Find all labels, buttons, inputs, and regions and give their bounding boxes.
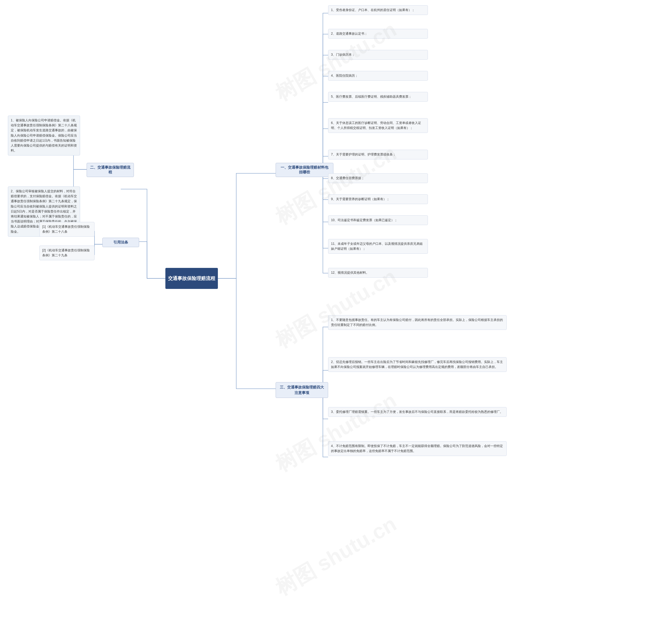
notice-item-1: 1、不要随意包揽事故责任。有的车主认为有保险公司赔付，因此将所有的责任全部承担。…: [328, 315, 507, 330]
branch-notices: 三、交通事故保险理赔四大注意事项: [276, 382, 328, 398]
law-item-2: [2]《机动车交通事故责任强制保险条例》第二十九条: [39, 245, 95, 260]
material-item-9: 9、关于需要营养的诊断证明（如果有）；: [328, 194, 428, 204]
branch-process: 二、交通事故保险理赔流程: [87, 163, 134, 177]
material-item-1: 1、受伤者身份证、户口本、在杭州的居住证明（如果有）；: [328, 5, 428, 15]
material-item-4: 4、医院住院病历；: [328, 71, 428, 81]
notice-item-3: 3、委托修理厂理赔需慎重。一些车主为了方便，发生事故后不与保险公司直接联系，而是…: [328, 407, 507, 417]
law-item-1: [1]《机动车交通事故责任强制保险条例》第二十八条: [39, 222, 95, 237]
material-item-10: 10、司法鉴定书和鉴定费发票（如果已鉴定）；: [328, 215, 428, 225]
notice-item-4: 4、不计免赔范围有限制。即使投保了不计免赔，车主不一定就能获得全额理赔。保险公司…: [328, 441, 507, 456]
notice-item-2: 2、切忌先修理后报销。一些车主在出险后为了节省时间和麻烦先找修理厂，修完车后再找…: [328, 357, 507, 372]
branch-law: 引用法条: [102, 238, 139, 247]
material-item-7: 7、关于需要护理的证明、护理费发票或收条；: [328, 150, 428, 160]
branch-materials: 一、交通事故保险理赔材料包括哪些: [276, 163, 333, 177]
material-item-11: 11、未成年子女或年迈父母的户口本、以及视情况提供亲庶兄弟姐妹户籍证明（如果有）…: [328, 239, 428, 254]
mind-map-canvas: 树图 shutu.cn 树图 shutu.cn 树图 shutu.cn 树图 s…: [0, 0, 672, 618]
center-node: 交通事故保险理赔流程: [165, 268, 218, 289]
process-item-1: 1、被保险人向保险公司申请赔偿金。依据《机动车交通事故责任强制保险条例》第二十八…: [8, 116, 80, 156]
material-item-3: 3、门诊病历本；: [328, 50, 428, 60]
material-item-6: 6、关于休息误工的医疗诊断证明、劳动合同、工资单或者收入证明、个人所得税交税证明…: [328, 118, 428, 133]
center-label: 交通事故保险理赔流程: [168, 275, 215, 282]
material-item-2: 2、道路交通事故认定书；: [328, 29, 428, 38]
material-item-8: 8、交通费住宿费票据；: [328, 173, 428, 183]
material-item-12: 12、视情况提供其他材料。: [328, 268, 428, 278]
material-item-5: 5、医疗费发票、后续医疗费证明、残疾辅助器具费发票；: [328, 92, 428, 102]
